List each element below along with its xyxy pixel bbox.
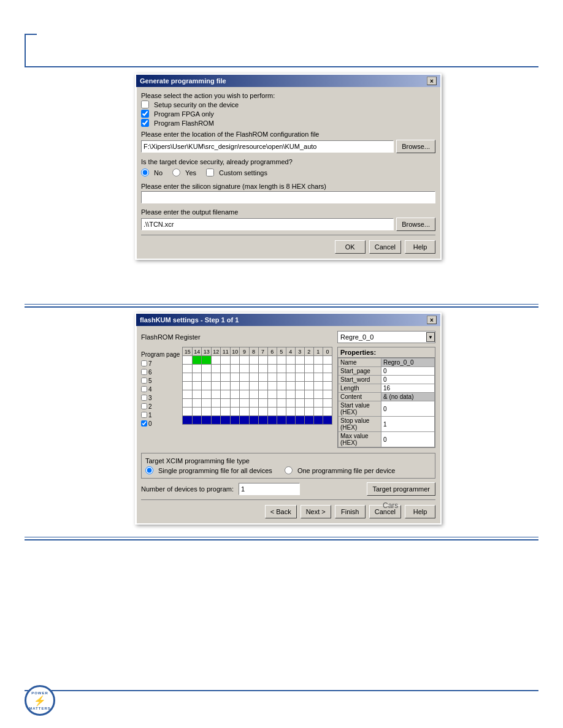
cell[interactable] (304, 365, 313, 373)
cell[interactable] (258, 373, 267, 382)
cell[interactable] (183, 373, 193, 382)
cell[interactable] (192, 399, 202, 408)
radio-one-input[interactable] (285, 466, 293, 474)
checkbox-flashrom-input[interactable] (141, 119, 149, 127)
cancel-button[interactable]: Cancel (369, 240, 401, 254)
radio-yes-input[interactable] (172, 169, 180, 176)
cell[interactable] (286, 373, 295, 382)
cell[interactable] (211, 408, 221, 416)
page3-checkbox[interactable] (141, 395, 147, 401)
finish-button[interactable]: Finish (335, 505, 366, 518)
cell[interactable] (304, 356, 313, 365)
cell[interactable] (323, 365, 332, 373)
radio-no-input[interactable] (141, 169, 149, 176)
cell[interactable] (295, 416, 304, 425)
page4-checkbox[interactable] (141, 386, 147, 392)
cell[interactable] (192, 373, 202, 382)
cell[interactable] (304, 390, 313, 399)
cell[interactable] (202, 416, 212, 425)
cell[interactable] (286, 382, 295, 390)
cell[interactable] (249, 373, 258, 382)
cell[interactable] (267, 382, 277, 390)
cell[interactable] (313, 390, 323, 399)
output-input[interactable] (141, 218, 394, 230)
cell[interactable] (192, 365, 202, 373)
cell[interactable] (304, 399, 313, 408)
cell[interactable] (258, 408, 267, 416)
dialog1-close-button[interactable]: × (427, 77, 437, 85)
cell[interactable] (240, 356, 249, 365)
help-button[interactable]: Help (405, 240, 435, 254)
cell[interactable] (221, 399, 231, 408)
checkbox-fpga-input[interactable] (141, 110, 149, 118)
cell[interactable] (323, 356, 332, 365)
cell[interactable] (249, 416, 258, 425)
cell[interactable] (267, 416, 277, 425)
cell[interactable] (240, 365, 249, 373)
cell[interactable] (221, 382, 231, 390)
cell[interactable] (286, 365, 295, 373)
cell[interactable] (286, 399, 295, 408)
cell[interactable] (192, 390, 202, 399)
cell[interactable] (211, 390, 221, 399)
cell[interactable] (240, 399, 249, 408)
cell[interactable] (277, 399, 286, 408)
cell[interactable] (304, 382, 313, 390)
cell[interactable] (230, 408, 240, 416)
cell[interactable] (192, 382, 202, 390)
cell[interactable] (295, 356, 304, 365)
cell[interactable] (258, 382, 267, 390)
cell[interactable] (240, 416, 249, 425)
cell[interactable] (249, 365, 258, 373)
checkbox-custom-input[interactable] (206, 169, 214, 176)
cell[interactable] (286, 356, 295, 365)
dropdown-arrow-icon[interactable]: ▼ (426, 332, 435, 342)
cell[interactable] (277, 356, 286, 365)
cell[interactable] (286, 416, 295, 425)
cell[interactable] (183, 365, 193, 373)
cell[interactable] (211, 356, 221, 365)
cell[interactable] (211, 416, 221, 425)
cell[interactable] (192, 408, 202, 416)
page0-checkbox[interactable] (141, 420, 147, 427)
cell[interactable] (192, 416, 202, 425)
cell[interactable] (183, 399, 193, 408)
page1-checkbox[interactable] (141, 412, 147, 418)
cell[interactable] (313, 382, 323, 390)
cell[interactable] (286, 408, 295, 416)
cell[interactable] (249, 399, 258, 408)
cell[interactable] (230, 356, 240, 365)
cell[interactable] (267, 399, 277, 408)
cell[interactable] (277, 373, 286, 382)
cell[interactable] (183, 408, 193, 416)
cell[interactable] (230, 416, 240, 425)
cell[interactable] (240, 382, 249, 390)
help-button2[interactable]: Help (405, 505, 435, 518)
signature-input[interactable] (141, 191, 435, 203)
cell[interactable] (267, 365, 277, 373)
cell[interactable] (295, 399, 304, 408)
cell[interactable] (277, 382, 286, 390)
cell[interactable] (267, 356, 277, 365)
cell[interactable] (258, 356, 267, 365)
cell[interactable] (211, 399, 221, 408)
cell[interactable] (183, 356, 193, 365)
browse2-button[interactable]: Browse... (396, 218, 435, 231)
cell[interactable] (249, 390, 258, 399)
cell[interactable] (230, 399, 240, 408)
cell[interactable] (323, 408, 332, 416)
cell[interactable] (295, 365, 304, 373)
cell[interactable] (258, 416, 267, 425)
cell[interactable] (192, 356, 202, 365)
cell[interactable] (240, 390, 249, 399)
flash-config-input[interactable] (141, 140, 394, 153)
radio-single-input[interactable] (145, 466, 153, 474)
cell[interactable] (230, 382, 240, 390)
cell[interactable] (183, 390, 193, 399)
cell[interactable] (249, 356, 258, 365)
cell[interactable] (277, 365, 286, 373)
cell[interactable] (221, 408, 231, 416)
cell[interactable] (313, 373, 323, 382)
cell[interactable] (323, 373, 332, 382)
cell[interactable] (221, 373, 231, 382)
